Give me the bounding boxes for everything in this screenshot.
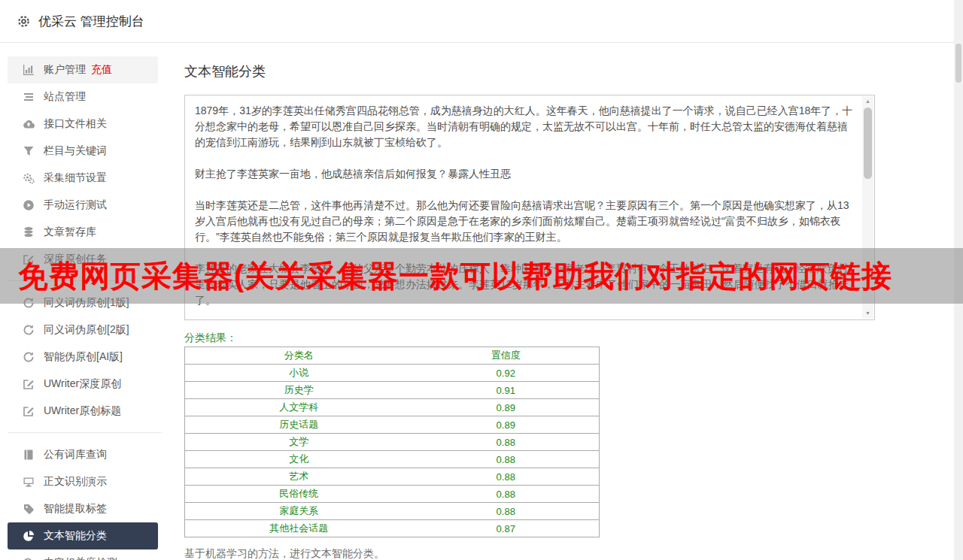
sidebar-item-label: 智能提取标签 (44, 502, 107, 516)
recharge-badge[interactable]: 充值 (91, 63, 112, 77)
confidence-cell: 0.88 (413, 503, 600, 520)
sidebar-item-label: 账户管理 (44, 63, 86, 77)
textarea-scrollbar-thumb[interactable] (864, 107, 872, 179)
refresh-icon (23, 297, 35, 309)
pencil-square-icon (23, 405, 35, 417)
classification-text-input[interactable]: 1879年，31岁的李莲英出任储秀宫四品花翎总管，成为慈禧身边的大红人。这年春天… (184, 95, 875, 320)
sidebar-item-label: 栏目与关键词 (44, 144, 107, 158)
funnel-icon (23, 145, 35, 157)
refresh-icon (23, 324, 35, 336)
classification-table: 分类名置信度小说0.92历史学0.91人文学科0.89历史话题0.89文学0.8… (184, 347, 600, 537)
top-header: 优采云 管理控制台 (0, 0, 963, 43)
sidebar-item-12[interactable]: UWriter深度原创 (8, 371, 158, 398)
category-cell: 民俗传统 (185, 486, 413, 503)
sidebar-item-label: 智能伪原创[AI版] (44, 350, 123, 364)
sidebar-item-6[interactable]: 手动运行测试 (8, 192, 158, 219)
sidebar-item-18[interactable]: 内容相关度检测 (8, 549, 158, 560)
category-cell: 其他社会话题 (185, 520, 413, 537)
sidebar-item-4[interactable]: 栏目与关键词 (8, 138, 158, 165)
sidebar-item-label: 深度原创任务 (44, 253, 107, 266)
sidebar-nav: 账户管理充值站点管理接口文件相关栏目与关键词采集细节设置手动运行测试文章暂存库深… (0, 43, 169, 560)
sidebar-item-label: 正文识别演示 (44, 475, 107, 489)
confidence-cell: 0.88 (413, 486, 600, 503)
pencil-square-icon (23, 378, 35, 390)
page-scrollbar[interactable] (954, 0, 963, 560)
sidebar-item-label: 手动运行测试 (44, 198, 107, 212)
table-row: 民俗传统0.88 (185, 486, 600, 503)
sidebar-item-17[interactable]: 文本智能分类 (8, 522, 158, 549)
table-row: 历史学0.91 (185, 382, 600, 399)
sidebar-item-label: UWriter原创标题 (44, 404, 121, 418)
sidebar-item-16[interactable]: 智能提取标签 (8, 495, 158, 522)
table-row: 小说0.92 (185, 365, 600, 382)
cloud-upload-icon (23, 118, 35, 130)
sidebar-item-9[interactable]: 同义词伪原创[1版] (8, 289, 158, 316)
sidebar-item-3[interactable]: 接口文件相关 (8, 110, 158, 138)
textarea-scrollbar[interactable]: ▲ ▼ (862, 96, 873, 319)
pencil-square-icon (23, 253, 35, 265)
confidence-cell: 0.89 (413, 399, 600, 416)
chart-bars-icon (23, 64, 35, 76)
category-cell: 家庭关系 (185, 503, 413, 520)
monitor-icon (23, 476, 35, 488)
sidebar-item-label: 站点管理 (44, 90, 86, 104)
page-scrollbar-thumb[interactable] (955, 44, 961, 83)
sidebar-item-11[interactable]: 智能伪原创[AI版] (8, 344, 158, 371)
gear-icon[interactable] (17, 14, 31, 29)
sidebar-item-13[interactable]: UWriter原创标题 (8, 398, 158, 425)
column-header: 置信度 (413, 347, 600, 365)
confidence-cell: 0.92 (413, 365, 600, 382)
scroll-down-icon[interactable]: ▼ (862, 308, 873, 319)
sidebar-item-2[interactable]: 站点管理 (8, 83, 158, 110)
sidebar-item-5[interactable]: 采集细节设置 (8, 165, 158, 192)
gears-icon (23, 172, 35, 184)
table-row: 文化0.88 (185, 451, 600, 468)
tag-icon (23, 503, 35, 515)
book-icon (23, 449, 35, 461)
sidebar-item-label: 文本智能分类 (44, 529, 107, 543)
sidebar-item-label: 文章暂存库 (44, 226, 96, 239)
page-title: 文本智能分类 (184, 62, 875, 80)
main-content: 文本智能分类 1879年，31岁的李莲英出任储秀宫四品花翎总管，成为慈禧身边的大… (184, 43, 875, 560)
app-title: 优采云 管理控制台 (38, 13, 144, 30)
category-cell: 人文学科 (185, 399, 413, 416)
pie-chart-icon (23, 530, 35, 542)
category-cell: 艺术 (185, 468, 413, 486)
column-header: 分类名 (185, 347, 413, 365)
category-cell: 文化 (185, 451, 413, 468)
category-cell: 文学 (185, 434, 413, 451)
sidebar-item-1[interactable]: 账户管理充值 (8, 56, 158, 83)
table-row: 历史话题0.89 (185, 416, 600, 434)
sidebar-item-label: 接口文件相关 (44, 117, 107, 131)
input-text: 1879年，31岁的李莲英出任储秀宫四品花翎总管，成为慈禧身边的大红人。这年春天… (195, 103, 855, 320)
result-label: 分类结果： (184, 331, 875, 344)
table-header-row: 分类名置信度 (185, 347, 600, 365)
footnote: 基于机器学习的方法，进行文本智能分类。 (184, 547, 875, 560)
database-icon (23, 226, 35, 238)
sidebar-item-8[interactable]: 深度原创任务 (8, 246, 158, 273)
sidebar-item-label: UWriter深度原创 (44, 377, 121, 391)
sidebar-item-label: 同义词伪原创[2版] (44, 323, 129, 337)
table-row: 其他社会话题0.87 (185, 520, 600, 537)
scroll-up-icon[interactable]: ▲ (862, 96, 873, 107)
table-row: 家庭关系0.88 (185, 503, 600, 520)
sidebar-item-10[interactable]: 同义词伪原创[2版] (8, 316, 158, 344)
list-lines-icon (23, 91, 35, 103)
sidebar-divider (8, 280, 162, 281)
sidebar-item-label: 公有词库查询 (44, 448, 107, 462)
category-cell: 历史学 (185, 382, 413, 399)
magnifier-icon (23, 557, 35, 560)
sidebar-item-14[interactable]: 公有词库查询 (8, 441, 158, 468)
confidence-cell: 0.88 (413, 468, 600, 486)
confidence-cell: 0.88 (413, 434, 600, 451)
refresh-icon (23, 351, 35, 363)
confidence-cell: 0.91 (413, 382, 600, 399)
confidence-cell: 0.87 (413, 520, 600, 537)
confidence-cell: 0.88 (413, 451, 600, 468)
category-cell: 历史话题 (185, 416, 413, 434)
category-cell: 小说 (185, 365, 413, 382)
sidebar-divider (8, 432, 162, 433)
play-circle-icon (23, 199, 35, 211)
sidebar-item-15[interactable]: 正文识别演示 (8, 468, 158, 495)
sidebar-item-7[interactable]: 文章暂存库 (8, 219, 158, 246)
